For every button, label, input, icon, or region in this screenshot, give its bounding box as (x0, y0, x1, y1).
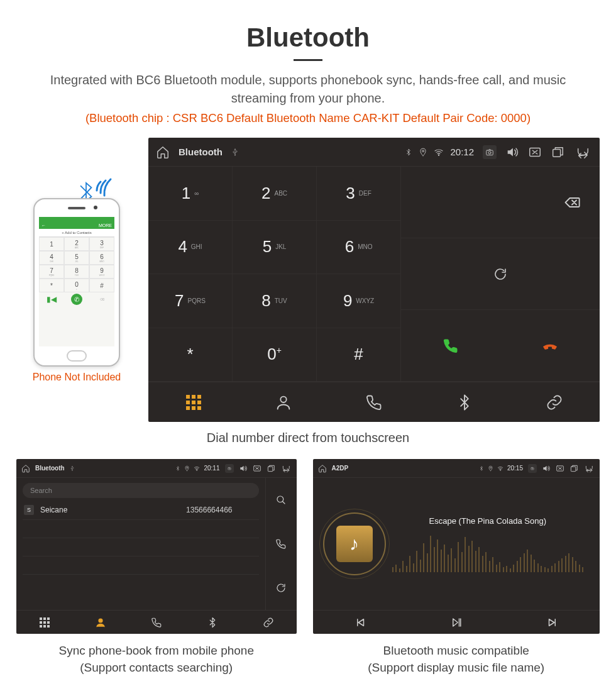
contact-number: 13566664466 (186, 506, 232, 514)
phone-mock-column: ←MORE + Add to Contacts 12ABC3DEF4GHI5JK… (16, 138, 137, 383)
album-art: ♪ (323, 512, 386, 575)
phone-not-included-note: Phone Not Included (16, 372, 137, 383)
key-1[interactable]: 1∞ (148, 167, 233, 221)
camera-icon[interactable] (483, 145, 497, 159)
nav-pair[interactable] (240, 611, 296, 634)
search-button[interactable] (266, 478, 297, 522)
back-icon[interactable] (573, 145, 592, 159)
camera-icon[interactable] (528, 464, 537, 473)
close-icon[interactable] (253, 464, 261, 473)
topbar-title: Bluetooth (35, 465, 65, 472)
location-icon (419, 145, 427, 159)
camera-icon[interactable] (225, 464, 234, 473)
key-6[interactable]: 6MNO (317, 221, 401, 275)
call-button[interactable] (266, 522, 297, 566)
visualizer (386, 534, 590, 572)
phone-keypad: 12ABC3DEF4GHI5JKL6MNO7PQRS8TUV9WXYZ*0+# (39, 237, 114, 292)
usb-icon (70, 464, 75, 473)
title-underline (294, 59, 322, 61)
back-icon[interactable] (280, 464, 292, 473)
clock: 20:15 (507, 465, 523, 472)
clock: 20:12 (450, 147, 474, 157)
phonebook-caption: Sync phone-book from mobile phone(Suppor… (16, 643, 297, 676)
dialer-device: Bluetooth 20:12 1∞2ABC3DEF4GHI5JKL6MNO7P… (148, 138, 600, 422)
key-4[interactable]: 4GHI (148, 221, 233, 275)
music-device: A2DP 20:15 ♪ (313, 459, 600, 634)
clock: 20:11 (204, 465, 219, 472)
nav-calls[interactable] (128, 611, 184, 634)
usb-icon (231, 145, 239, 159)
bluetooth-status-icon (479, 464, 484, 473)
dialer-topbar: Bluetooth 20:12 (148, 138, 600, 167)
nav-pair[interactable] (509, 382, 600, 422)
volume-icon[interactable] (505, 145, 519, 159)
dial-keypad: 1∞2ABC3DEF4GHI5JKL6MNO7PQRS8TUV9WXYZ*0+# (148, 167, 401, 382)
phone-frame: ←MORE + Add to Contacts 12ABC3DEF4GHI5JK… (33, 198, 120, 367)
call-button[interactable] (401, 337, 500, 355)
music-caption: Bluetooth music compatible(Support displ… (313, 643, 600, 676)
track-title: Escape (The Pina Colada Song) (386, 516, 590, 526)
nav-calls[interactable] (329, 382, 419, 422)
nav-keypad[interactable] (16, 611, 72, 634)
back-icon[interactable] (583, 464, 595, 473)
key-8[interactable]: 8TUV (233, 274, 317, 328)
refresh-button[interactable] (401, 238, 600, 310)
home-icon[interactable] (21, 464, 30, 473)
close-icon[interactable] (528, 145, 542, 159)
nav-contacts[interactable] (239, 382, 329, 422)
close-icon[interactable] (556, 464, 564, 473)
home-icon[interactable] (156, 145, 170, 159)
hangup-button[interactable] (500, 337, 600, 355)
refresh-button[interactable] (266, 566, 297, 610)
contact-row[interactable]: S Seicane 13566664466 (23, 501, 259, 520)
contact-name: Seicane (40, 506, 67, 514)
keypad-icon (40, 617, 50, 628)
wifi-icon (497, 464, 503, 473)
location-icon (184, 464, 190, 473)
nav-bluetooth[interactable] (184, 611, 240, 634)
phonebook-device: Bluetooth 20:11 (16, 459, 297, 634)
key-2[interactable]: 2ABC (233, 167, 317, 221)
page-description: Integrated with BC6 Bluetooth module, su… (16, 71, 600, 108)
dialer-caption: Dial number direct from touchscreen (16, 431, 600, 445)
music-note-icon: ♪ (336, 526, 373, 562)
key-#[interactable]: # (317, 328, 401, 382)
key-3[interactable]: 3DEF (317, 167, 401, 221)
recent-icon[interactable] (267, 464, 275, 473)
nav-bluetooth[interactable] (419, 382, 510, 422)
prev-track-button[interactable] (313, 611, 409, 634)
wifi-icon (434, 145, 444, 159)
nav-contacts[interactable] (72, 611, 128, 634)
key-9[interactable]: 9WXYZ (317, 274, 401, 328)
key-0[interactable]: 0+ (233, 328, 317, 382)
keypad-icon (186, 395, 201, 410)
topbar-title: Bluetooth (179, 147, 223, 157)
key-7[interactable]: 7PQRS (148, 274, 233, 328)
bluetooth-status-icon (405, 145, 412, 159)
bluetooth-status-icon (175, 464, 180, 473)
topbar-title: A2DP (332, 465, 349, 472)
wifi-icon (194, 464, 200, 473)
contact-badge: S (24, 505, 34, 515)
play-pause-button[interactable] (409, 611, 504, 634)
search-input[interactable]: Search (23, 483, 259, 498)
nav-keypad[interactable] (148, 382, 239, 422)
volume-icon[interactable] (239, 464, 248, 473)
recent-icon[interactable] (569, 464, 578, 473)
next-track-button[interactable] (504, 611, 600, 634)
location-icon (488, 464, 493, 473)
volume-icon[interactable] (542, 464, 551, 473)
key-5[interactable]: 5JKL (233, 221, 317, 275)
home-icon[interactable] (318, 464, 327, 473)
bluetooth-spec: (Bluetooth chip : CSR BC6 Default Blueto… (16, 111, 600, 125)
recent-icon[interactable] (551, 145, 564, 159)
key-*[interactable]: * (148, 328, 233, 382)
backspace-button[interactable] (401, 167, 600, 238)
page-title: Bluetooth (16, 23, 600, 53)
